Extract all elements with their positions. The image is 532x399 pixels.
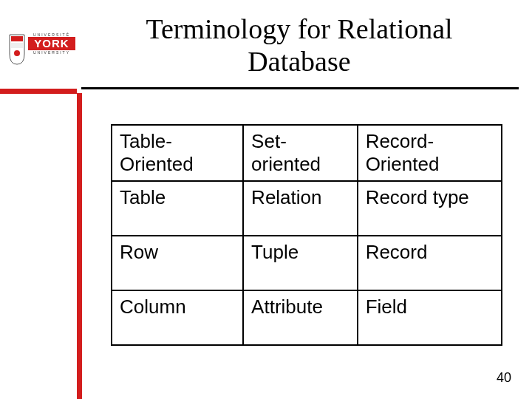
table-row: Column Attribute Field (112, 290, 502, 345)
table-row: Table-Oriented Set-oriented Record-Orien… (112, 125, 502, 181)
york-logo: UNIVERSITÉ YORK UNIVERSITY (9, 33, 75, 66)
table-cell: Column (112, 290, 243, 345)
table-cell: Tuple (243, 236, 358, 290)
table-header-cell: Table-Oriented (112, 125, 243, 181)
table-header-cell: Set-oriented (243, 125, 358, 181)
table-cell: Record (358, 236, 502, 290)
slide-title: Terminology for Relational Database (96, 13, 502, 78)
page-number: 40 (497, 370, 511, 386)
logo-bottom-label: UNIVERSITY (28, 50, 75, 55)
table-row: Table Relation Record type (112, 181, 502, 236)
table-row: Row Tuple Record (112, 236, 502, 290)
logo-main: YORK (28, 37, 75, 50)
table-cell: Record type (358, 181, 502, 236)
table-cell: Attribute (243, 290, 358, 345)
table-cell: Row (112, 236, 243, 290)
terminology-table: Table-Oriented Set-oriented Record-Orien… (111, 124, 502, 346)
table-cell: Field (358, 290, 502, 345)
svg-point-2 (14, 50, 20, 56)
title-underline (81, 87, 519, 89)
svg-rect-1 (11, 43, 23, 48)
table-header-cell: Record-Oriented (358, 125, 502, 181)
crest-icon (9, 34, 25, 65)
accent-bar-vertical (77, 93, 82, 399)
accent-bar-horizontal (0, 89, 77, 94)
svg-rect-0 (11, 36, 23, 41)
table-cell: Table (112, 181, 243, 236)
slide: UNIVERSITÉ YORK UNIVERSITY Terminology f… (0, 0, 532, 399)
table-cell: Relation (243, 181, 358, 236)
